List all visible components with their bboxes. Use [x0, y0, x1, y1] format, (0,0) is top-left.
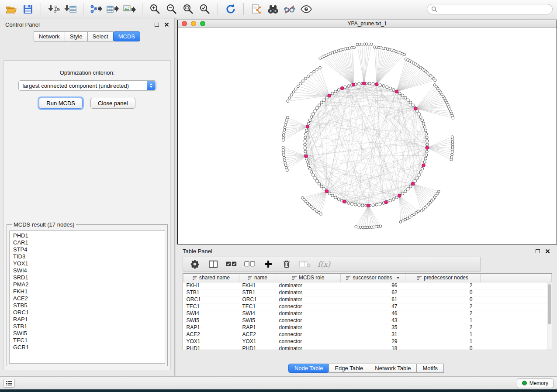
mcds-result-item[interactable]: SWI5 [10, 330, 165, 337]
zoom-in-icon[interactable] [148, 3, 162, 16]
mcds-result-item[interactable]: ACE2 [10, 295, 165, 302]
table-cell: 0 [405, 345, 481, 350]
mcds-result-item[interactable]: SRD1 [10, 274, 165, 281]
maximize-window-icon[interactable] [200, 21, 205, 26]
network-view-titlebar[interactable]: YPA_prune.txt_1 [178, 20, 557, 28]
tab-network-table[interactable]: Network Table [369, 364, 417, 373]
mcds-result-item[interactable]: YOX1 [10, 260, 165, 267]
mcds-result-item[interactable]: ORC1 [10, 309, 165, 316]
export-image-icon[interactable] [122, 3, 136, 16]
memory-label: Memory [529, 380, 548, 386]
table-cell-filler [481, 317, 552, 324]
tab-network[interactable]: Network [34, 31, 65, 41]
mcds-result-item[interactable]: STB5 [10, 302, 165, 309]
close-panel-button[interactable]: Close panel [90, 98, 135, 109]
control-panel-header: Control Panel [0, 18, 174, 31]
float-window-icon[interactable] [536, 249, 540, 253]
mcds-result-item[interactable]: STP4 [10, 246, 165, 253]
export-table-icon[interactable] [106, 3, 120, 16]
show-details-icon[interactable] [299, 3, 313, 16]
table-cell: 1 [405, 331, 481, 338]
column-header-predecessor-nodes[interactable]: predecessor nodes [405, 274, 481, 282]
tab-motifs[interactable]: Motifs [416, 364, 444, 373]
table-row[interactable]: SWI5SWI5connector431 [183, 317, 552, 324]
memory-button[interactable]: Memory [517, 378, 554, 388]
zoom-selected-icon[interactable] [198, 3, 212, 16]
tab-style[interactable]: Style [65, 31, 88, 41]
run-mcds-button[interactable]: Run MCDS [39, 98, 83, 109]
column-header-successor-nodes[interactable]: successor nodes [341, 274, 405, 282]
tab-node-table[interactable]: Node Table [288, 364, 329, 373]
table-cell: RAP1 [183, 324, 239, 331]
scrollbar-thumb[interactable] [548, 284, 551, 324]
tab-edge-table[interactable]: Edge Table [329, 364, 369, 373]
table-row[interactable]: ORC1ORC1dominator610 [183, 296, 552, 303]
mcds-result-item[interactable]: TEC1 [10, 337, 165, 344]
zoom-fit-icon[interactable] [181, 3, 195, 16]
table-cell: ACE2 [239, 331, 276, 338]
optimization-criterion-select[interactable]: largest connected component (undirected) [18, 80, 156, 91]
mcds-result-item[interactable]: RAP1 [10, 316, 165, 323]
table-row[interactable]: SWI4SWI4dominator462 [183, 310, 552, 317]
column-header-name[interactable]: name [239, 274, 276, 282]
table-row[interactable]: RAP1RAP1dominator352 [183, 324, 552, 331]
table-header-row: shared name name MCDS role successor nod… [183, 274, 552, 282]
table-cell: FKH1 [183, 282, 239, 289]
main-toolbar [0, 0, 557, 18]
mcds-result-item[interactable]: PHD1 [10, 232, 165, 239]
binoculars-icon[interactable] [266, 3, 280, 16]
table-cell: dominator [276, 310, 341, 317]
table-row[interactable]: ACE2ACE2connector311 [183, 331, 552, 338]
table-settings-gear-icon[interactable] [189, 258, 201, 270]
tab-mcds[interactable]: MCDS [113, 31, 140, 41]
export-network-icon[interactable] [89, 3, 103, 16]
hide-details-icon[interactable] [283, 3, 297, 16]
search-icon [431, 6, 437, 12]
table-cell-filler [481, 296, 552, 303]
network-graph[interactable] [178, 28, 557, 244]
tab-select[interactable]: Select [87, 31, 114, 41]
table-cell: ACE2 [183, 331, 239, 338]
open-session-icon[interactable] [4, 3, 18, 16]
table-row[interactable]: YOX1YOX1connector291 [183, 338, 552, 345]
select-all-icon[interactable] [226, 258, 237, 270]
table-cell: 43 [341, 317, 405, 324]
mcds-result-item[interactable]: STB1 [10, 323, 165, 330]
search-box [427, 4, 553, 14]
mcds-result-list[interactable]: PHD1CAR1STP4TID3YOX1SWI4SRD1PMA2FKH1ACE2… [9, 230, 165, 364]
task-history-icon[interactable] [3, 379, 15, 388]
mcds-result-item[interactable]: PMA2 [10, 281, 165, 288]
table-scrollbar[interactable] [547, 282, 552, 350]
table-row[interactable]: FKH1FKH1dominator962 [183, 282, 552, 289]
show-column-icon[interactable] [208, 258, 219, 270]
column-header-shared-name[interactable]: shared name [183, 274, 239, 282]
mcds-result-item[interactable]: TID3 [10, 253, 165, 260]
close-window-icon[interactable] [182, 21, 187, 26]
mcds-result-item[interactable]: GCR1 [10, 344, 165, 351]
close-panel-icon[interactable] [545, 249, 550, 254]
table-row[interactable]: STB1STB1dominator620 [183, 289, 552, 296]
minimize-window-icon[interactable] [191, 21, 196, 26]
table-row[interactable]: PHD1PHD1dominator180 [183, 345, 552, 350]
import-network-icon[interactable] [47, 3, 61, 16]
save-session-icon[interactable] [21, 3, 35, 16]
table-cell: TEC1 [183, 303, 239, 310]
float-window-icon[interactable] [155, 23, 159, 27]
import-table-icon[interactable] [63, 3, 77, 16]
toolbar-separator [243, 3, 244, 15]
deselect-all-icon[interactable] [244, 258, 256, 270]
column-header-mcds-role[interactable]: MCDS role [276, 274, 341, 282]
search-input[interactable] [439, 6, 548, 12]
zoom-out-icon[interactable] [165, 3, 179, 16]
share-document-icon[interactable] [249, 3, 263, 16]
table-row[interactable]: TEC1TEC1connector472 [183, 303, 552, 310]
mcds-result-item[interactable]: FKH1 [10, 288, 165, 295]
mcds-result-item[interactable]: CAR1 [10, 239, 165, 246]
refresh-icon[interactable] [224, 3, 238, 16]
add-column-icon[interactable] [263, 258, 274, 270]
table-cell-filler [481, 310, 552, 317]
delete-column-icon[interactable] [281, 258, 292, 270]
table-cell: PHD1 [183, 345, 239, 350]
mcds-result-item[interactable]: SWI4 [10, 267, 165, 274]
close-panel-icon[interactable] [164, 22, 169, 27]
